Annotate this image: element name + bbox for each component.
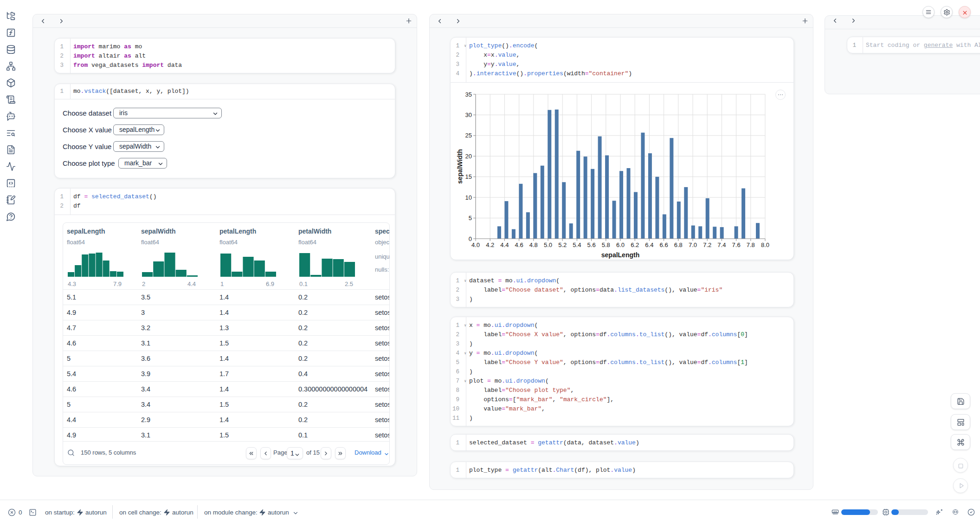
svg-text:10: 10 [465,194,472,201]
svg-text:0: 0 [469,235,472,242]
svg-text:6.0: 6.0 [616,241,625,248]
svg-text:7.0: 7.0 [689,241,697,248]
svg-text:20: 20 [465,153,472,160]
svg-text:35: 35 [465,91,472,98]
svg-text:30: 30 [465,111,472,118]
svg-text:4.2: 4.2 [486,241,494,248]
svg-text:5.6: 5.6 [587,241,596,248]
svg-text:7.2: 7.2 [703,241,711,248]
svg-text:6.4: 6.4 [645,241,653,248]
svg-text:5: 5 [469,215,472,221]
svg-text:sepalWidth: sepalWidth [456,149,464,184]
svg-text:4.4: 4.4 [500,241,509,248]
svg-text:4.8: 4.8 [529,241,538,248]
svg-text:5.4: 5.4 [573,241,581,248]
svg-text:7.6: 7.6 [732,241,741,248]
svg-text:6.8: 6.8 [674,241,683,248]
svg-text:sepalLength: sepalLength [601,251,639,259]
svg-text:4.0: 4.0 [471,241,480,248]
svg-text:6.6: 6.6 [660,241,668,248]
svg-text:15: 15 [465,173,472,180]
svg-text:5.2: 5.2 [558,241,567,248]
svg-text:7.8: 7.8 [747,241,755,248]
svg-text:5.8: 5.8 [602,241,610,248]
svg-text:25: 25 [465,132,472,139]
svg-text:6.2: 6.2 [631,241,639,248]
svg-text:5.0: 5.0 [544,241,552,248]
svg-text:8.0: 8.0 [761,241,769,248]
svg-text:4.6: 4.6 [515,241,523,248]
svg-text:7.4: 7.4 [717,241,726,248]
